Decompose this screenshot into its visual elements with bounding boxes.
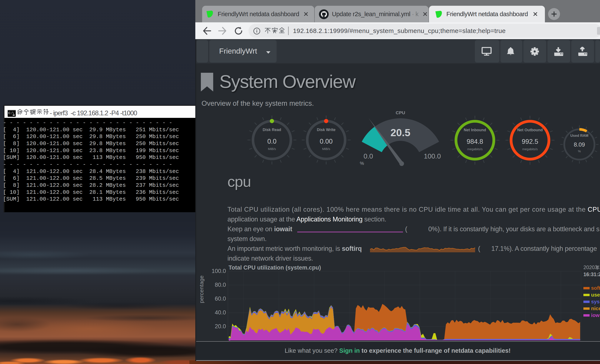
svg-text:Disk Write: Disk Write <box>317 128 336 132</box>
svg-text:Used RAM: Used RAM <box>570 134 588 138</box>
svg-text:100.0: 100.0 <box>424 152 441 160</box>
svg-text:Net Inbound: Net Inbound <box>464 128 486 132</box>
svg-text:0.0: 0.0 <box>267 138 276 145</box>
svg-text:Net Outbound: Net Outbound <box>517 128 543 132</box>
svg-text:0.0: 0.0 <box>364 152 373 160</box>
svg-text:C:\: C:\ <box>8 112 14 115</box>
svg-text:megabits/s: megabits/s <box>467 147 483 151</box>
svg-text:984.8: 984.8 <box>467 138 483 145</box>
svg-text:992.5: 992.5 <box>522 138 538 145</box>
svg-text:0.00: 0.00 <box>320 138 333 145</box>
svg-text:megabits/s: megabits/s <box>522 147 538 151</box>
svg-text:%: % <box>360 161 364 166</box>
svg-text:20.5: 20.5 <box>390 127 410 138</box>
svg-text:MiB/s: MiB/s <box>268 147 276 151</box>
svg-text:Disk Read: Disk Read <box>262 128 281 132</box>
svg-text:CPU: CPU <box>396 110 405 115</box>
svg-text:%: % <box>578 149 581 153</box>
svg-text:MiB/s: MiB/s <box>322 147 330 151</box>
svg-text:8.09: 8.09 <box>574 141 585 148</box>
